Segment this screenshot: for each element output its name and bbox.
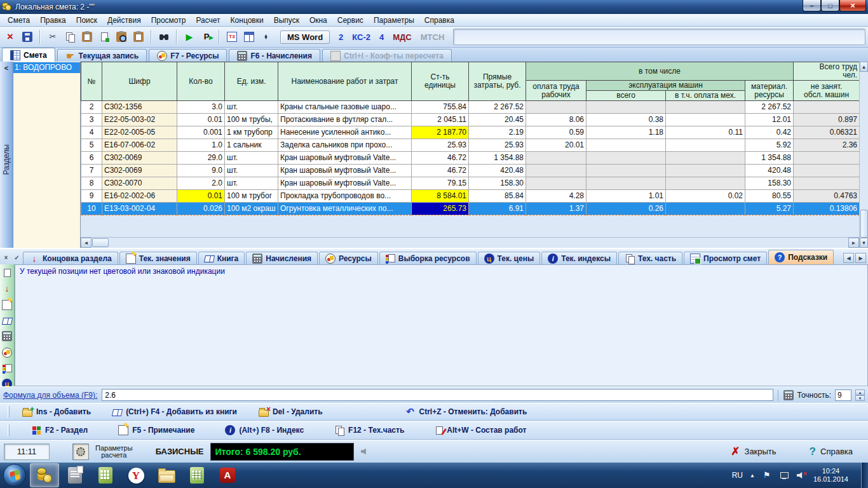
- table-row[interactable]: 3Е22-05-003-020.01100 м трубы,Протаскива…: [81, 114, 860, 126]
- table-cell[interactable]: [587, 152, 666, 165]
- table-cell[interactable]: Е22-02-005-05: [102, 126, 177, 139]
- scroll-left-button[interactable]: ◄: [81, 238, 92, 248]
- table-cell[interactable]: 5.92: [745, 139, 794, 152]
- clipboard-search-button[interactable]: [114, 29, 129, 44]
- panel-close-button[interactable]: ×: [1, 253, 11, 262]
- table-cell[interactable]: 1.01: [587, 190, 666, 203]
- menu-item[interactable]: Расчет: [191, 15, 225, 26]
- format-button[interactable]: 4: [379, 32, 384, 42]
- table-cell[interactable]: 6: [81, 152, 102, 165]
- table-cell[interactable]: 10: [81, 203, 102, 215]
- table-cell[interactable]: [587, 101, 666, 114]
- table-cell[interactable]: [666, 101, 745, 114]
- table-cell[interactable]: Е16-07-006-02: [102, 139, 177, 152]
- table-cell[interactable]: 8: [81, 177, 102, 190]
- acrobat-app-button[interactable]: [213, 463, 242, 487]
- table-cell[interactable]: шт.: [225, 152, 278, 165]
- table-cell[interactable]: 0.13806: [794, 203, 859, 215]
- bottom-tab[interactable]: Ресурсы: [319, 252, 378, 264]
- table-cell[interactable]: 0.42: [745, 126, 794, 139]
- start-button[interactable]: [3, 464, 26, 487]
- table-cell[interactable]: 2 045.11: [412, 114, 469, 126]
- format-button[interactable]: МДС: [393, 32, 411, 42]
- p-play-button[interactable]: [199, 29, 214, 44]
- table-cell[interactable]: [526, 152, 587, 165]
- table-cell[interactable]: 2: [81, 101, 102, 114]
- table-cell[interactable]: 5: [81, 139, 102, 152]
- table-cell[interactable]: 0.11: [666, 126, 745, 139]
- close-window-button[interactable]: ×: [839, 0, 866, 11]
- prices-icon[interactable]: [2, 379, 12, 386]
- col-header-machines-oper[interactable]: в т.ч. оплата мех.: [666, 91, 745, 101]
- calculator-icon[interactable]: [783, 390, 794, 400]
- table-cell[interactable]: 79.15: [412, 177, 469, 190]
- (ctrl+)-action-button[interactable]: (Ctrl+) F4 - Добавить из книги: [112, 407, 237, 416]
- restore-button[interactable]: □: [821, 0, 839, 11]
- table-cell[interactable]: 0.06321: [794, 126, 859, 139]
- table-cell[interactable]: С302-0069: [102, 165, 177, 177]
- table-row[interactable]: 6С302-006929.0шт.Кран шаровый муфтовый V…: [81, 152, 860, 165]
- table-cell[interactable]: Е16-02-002-06: [102, 190, 177, 203]
- table-cell[interactable]: 2 267.52: [469, 101, 526, 114]
- section-item[interactable]: 1: ВОДОПРОВО: [13, 62, 80, 73]
- table-cell[interactable]: 0.4763: [794, 190, 859, 203]
- table-row[interactable]: 4Е22-02-005-050.0011 км трубопрНанесение…: [81, 126, 860, 139]
- table-cell[interactable]: [587, 177, 666, 190]
- menu-item[interactable]: Справка: [419, 15, 459, 26]
- table-cell[interactable]: 29.0: [177, 152, 225, 165]
- table-cell[interactable]: [794, 152, 859, 165]
- step-up-icon[interactable]: ▲: [855, 390, 865, 395]
- table-cell[interactable]: Нанесение усиленной антико...: [278, 126, 412, 139]
- table-cell[interactable]: Краны стальные газовые шаро...: [278, 101, 412, 114]
- view-tab[interactable]: Ctrl+I - Коэф-ты пересчета: [322, 49, 452, 62]
- col-header-labor[interactable]: оплата труда рабочих: [526, 81, 587, 101]
- table-cell[interactable]: 100 м трубог: [225, 190, 278, 203]
- table-cell[interactable]: [666, 139, 745, 152]
- view-tab[interactable]: F6 - Начисления: [229, 49, 320, 62]
- table-cell[interactable]: [666, 114, 745, 126]
- col-header-code[interactable]: Шифр: [102, 62, 177, 101]
- alt+w-action-button[interactable]: Alt+W - Состав работ: [435, 426, 526, 435]
- table-cell[interactable]: 9.0: [177, 165, 225, 177]
- table-cell[interactable]: [794, 177, 859, 190]
- bottom-tab[interactable]: Подсказки: [768, 250, 834, 264]
- table-cell[interactable]: 0.01: [177, 114, 225, 126]
- bottom-tab[interactable]: Начисления: [246, 252, 318, 264]
- table-cell[interactable]: [666, 165, 745, 177]
- table-cell[interactable]: 0.38: [587, 114, 666, 126]
- col-header-unit[interactable]: Ед. изм.: [225, 62, 278, 101]
- table-cell[interactable]: С302-0070: [102, 177, 177, 190]
- table-cell[interactable]: 8 584.01: [412, 190, 469, 203]
- table-cell[interactable]: 2.19: [469, 126, 526, 139]
- table-cell[interactable]: 8.06: [526, 114, 587, 126]
- col-header-num[interactable]: №: [81, 62, 102, 101]
- estimate-app-button[interactable]: [30, 463, 59, 487]
- table-cell[interactable]: 100 м2 окраш: [225, 203, 278, 215]
- bottom-tab[interactable]: Книга: [198, 252, 245, 264]
- format-button[interactable]: КС-2: [352, 32, 370, 42]
- tray-clock[interactable]: 10:2416.01.2014: [813, 467, 848, 484]
- cut-button[interactable]: [45, 29, 60, 44]
- col-header-materials[interactable]: материал. ресурсы: [745, 81, 794, 101]
- language-indicator[interactable]: RU: [732, 471, 743, 480]
- tray-expand-icon[interactable]: ▲: [750, 473, 755, 478]
- book-icon[interactable]: [1, 318, 12, 325]
- table-cell[interactable]: шт.: [225, 165, 278, 177]
- table-cell[interactable]: 100 м трубы,: [225, 114, 278, 126]
- horizontal-scrollbar[interactable]: ◄ ►: [81, 237, 859, 248]
- tab-scroll-button[interactable]: ▶: [855, 253, 866, 263]
- table-row[interactable]: 9Е16-02-002-060.01100 м трубогПрокладка …: [81, 190, 860, 203]
- table-cell[interactable]: 0.59: [526, 126, 587, 139]
- resources-icon[interactable]: [2, 348, 12, 358]
- table-cell[interactable]: 7: [81, 165, 102, 177]
- format-button[interactable]: МТСН: [421, 32, 445, 42]
- menu-item[interactable]: Выпуск: [269, 15, 304, 26]
- doc-icon[interactable]: [4, 269, 11, 277]
- f12-action-button[interactable]: F12 - Тех.часть: [334, 425, 404, 435]
- table-cell[interactable]: Заделка сальников при прохо...: [278, 139, 412, 152]
- table-cell[interactable]: 4: [81, 126, 102, 139]
- table-row[interactable]: 7С302-00699.0шт.Кран шаровый муфтовый Va…: [81, 165, 860, 177]
- precision-value[interactable]: 9: [835, 390, 851, 401]
- table-cell[interactable]: 0.001: [177, 126, 225, 139]
- table-cell[interactable]: 2.0: [177, 177, 225, 190]
